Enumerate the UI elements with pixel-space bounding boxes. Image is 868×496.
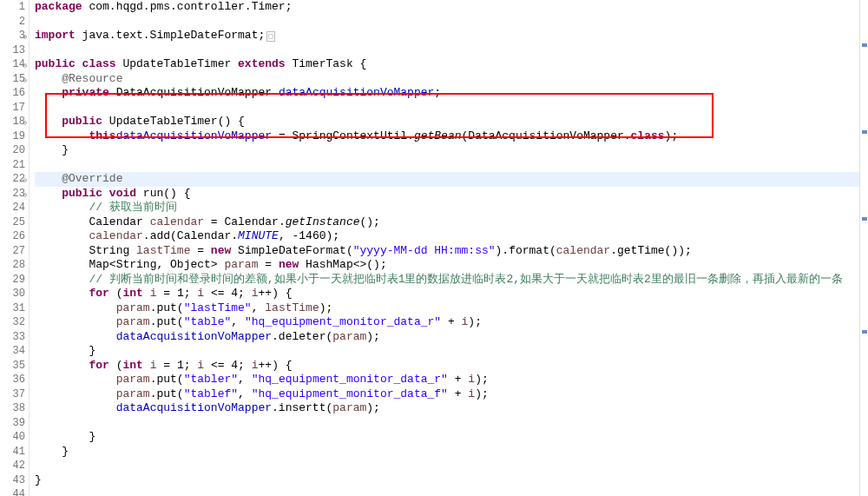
method: run() { <box>143 187 191 200</box>
line-num: 17 <box>13 102 25 114</box>
annotation: @Resource <box>62 72 122 85</box>
super: TimerTask { <box>292 57 366 70</box>
line-num: 32 <box>13 316 25 328</box>
kw: extends <box>238 57 292 70</box>
line-num: 44 <box>13 488 25 496</box>
line-num: 31 <box>13 302 25 314</box>
line-num: 16 <box>13 87 25 99</box>
static-call: getBean <box>414 129 462 142</box>
const: MINUTE <box>238 229 279 242</box>
line-num: 1 <box>19 1 25 13</box>
line-num: 24 <box>13 202 25 214</box>
pkg-name: com.hqgd.pms.controller.Timer; <box>89 0 292 13</box>
ruler-mark <box>862 130 867 134</box>
kw-package: package <box>35 0 89 13</box>
line-num: 35 <box>13 360 25 372</box>
ruler-mark <box>862 43 867 47</box>
collapsed-icon[interactable]: ▢ <box>266 31 274 42</box>
code-editor[interactable]: package com.hqgd.pms.controller.Timer; i… <box>30 0 868 496</box>
brace: } <box>35 473 42 486</box>
brace: } <box>89 430 95 443</box>
kw-this: this <box>89 129 115 142</box>
ctor: UpdateTableTimer() { <box>109 115 245 128</box>
class-name: UpdateTableTimer <box>122 57 238 70</box>
line-num: 20 <box>13 144 25 156</box>
import-name: java.text.SimpleDateFormat; <box>82 29 266 42</box>
line-num: 29 <box>13 274 25 286</box>
line-num: 25 <box>13 216 25 228</box>
line-num: 40 <box>13 431 25 443</box>
kw: public void <box>62 187 143 200</box>
annotation: @Override <box>62 172 122 185</box>
line-num: 2 <box>19 16 25 28</box>
line-num: 19 <box>13 130 25 142</box>
line-num: 34 <box>13 345 25 357</box>
overview-ruler[interactable] <box>859 0 868 496</box>
line-num: 26 <box>13 230 25 242</box>
line-number-gutter[interactable]: 1 2 3⊕ 13 14⊖ 15⊖ 16 17 18⊖ 19 20 21 22⊖… <box>0 0 30 496</box>
type: DataAcquisitionVoMapper <box>116 86 279 99</box>
line-num: 43 <box>13 474 25 486</box>
line-num: 37 <box>13 388 25 400</box>
line-num: 13 <box>13 44 25 56</box>
line-num: 41 <box>13 446 25 458</box>
line-num: 28 <box>13 259 25 271</box>
line-num: 21 <box>13 159 25 171</box>
kw: public class <box>35 57 122 70</box>
kw: private <box>62 86 115 99</box>
brace: } <box>62 445 69 458</box>
comment: // 获取当前时间 <box>89 201 176 214</box>
var: param <box>224 258 258 271</box>
ruler-mark <box>862 330 867 334</box>
string: "yyyy-MM-dd HH:mm:ss" <box>353 244 496 257</box>
line-num: 38 <box>13 402 25 414</box>
comment: // 判断当前时间和登录时间的差额,如果小于一天就把临时表1里的数据放进临时表2… <box>89 273 842 286</box>
field: dataAcquisitionVoMapper <box>279 86 434 99</box>
line-num: 27 <box>13 245 25 257</box>
static-call: getInstance <box>286 215 360 228</box>
line-num: 36 <box>13 374 25 386</box>
line-num: 33 <box>13 331 25 343</box>
kw: public <box>62 115 109 128</box>
var: calendar <box>89 229 142 242</box>
kw-import: import <box>35 29 82 42</box>
line-num: 39 <box>13 417 25 429</box>
brace: } <box>62 143 69 156</box>
line-num: 30 <box>13 288 25 300</box>
var: calendar <box>150 215 204 228</box>
brace: } <box>89 344 95 357</box>
line-num: 42 <box>13 460 25 472</box>
var: lastTime <box>136 244 190 257</box>
field: dataAcquisitionVoMapper <box>116 129 272 142</box>
kw: class <box>631 129 665 142</box>
ruler-mark <box>862 217 867 221</box>
